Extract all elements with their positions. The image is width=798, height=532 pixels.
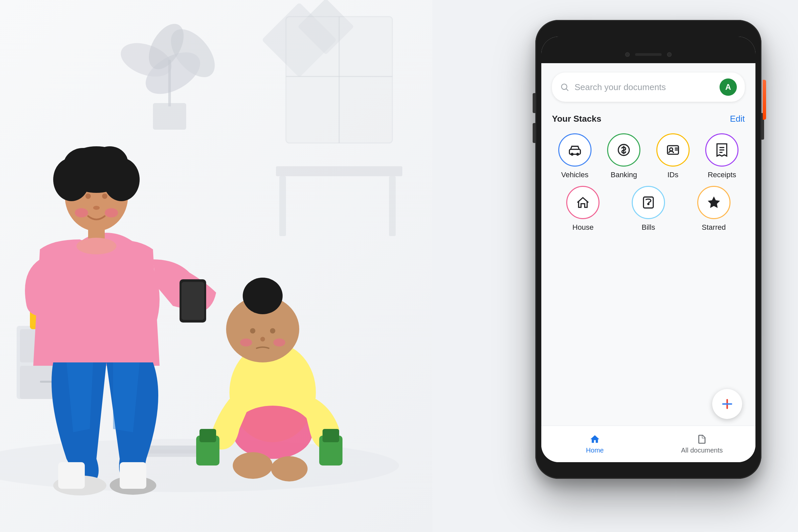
stack-circle-house	[566, 186, 600, 219]
add-icon	[720, 397, 735, 411]
car-icon	[568, 142, 582, 157]
stack-circle-banking	[607, 133, 640, 167]
svg-rect-12	[279, 176, 286, 236]
receipt-icon	[715, 142, 729, 157]
phone-accent	[763, 80, 766, 120]
stacks-title: Your Stacks	[552, 114, 601, 124]
svg-rect-44	[182, 282, 204, 320]
svg-rect-13	[389, 176, 396, 236]
svg-point-53	[273, 339, 285, 346]
bottom-nav: Home All documents	[541, 425, 756, 462]
svg-point-59	[233, 452, 273, 479]
background-scene	[0, 0, 432, 532]
stack-item-receipts[interactable]: Receipts	[699, 133, 745, 179]
svg-point-68	[670, 148, 673, 151]
search-icon	[560, 82, 569, 92]
edit-button[interactable]: Edit	[730, 114, 745, 124]
search-placeholder: Search your documents	[574, 82, 720, 92]
svg-point-31	[92, 146, 128, 179]
speaker-bar	[635, 53, 662, 56]
phone-top-bar	[541, 37, 756, 63]
svg-point-75	[648, 204, 649, 205]
camera-dot-2	[667, 52, 672, 57]
stack-label-house: House	[573, 223, 594, 232]
all-docs-nav-icon	[697, 434, 707, 444]
nav-item-home[interactable]: Home	[541, 434, 648, 454]
stack-label-bills: Bills	[642, 223, 655, 232]
svg-rect-56	[200, 429, 216, 442]
svg-rect-7	[153, 103, 186, 130]
camera-dot	[625, 52, 630, 57]
svg-point-33	[102, 193, 108, 199]
stack-item-ids[interactable]: IDs	[650, 133, 696, 179]
id-card-icon	[666, 142, 680, 157]
stacks-header: Your Stacks Edit	[552, 114, 745, 124]
svg-marker-76	[707, 196, 720, 208]
nav-label-all-documents: All documents	[681, 446, 723, 454]
stack-label-ids: IDs	[667, 171, 678, 179]
stacks-grid-row2: House Bills	[552, 186, 745, 232]
svg-rect-58	[323, 429, 339, 442]
dollar-icon	[616, 142, 631, 157]
phone-screen: Search your documents A Your Stacks Edit	[541, 37, 756, 462]
stack-item-house[interactable]: House	[552, 186, 614, 232]
app-content: Search your documents A Your Stacks Edit	[541, 63, 756, 425]
svg-point-32	[86, 193, 91, 199]
svg-point-49	[250, 328, 255, 334]
nav-item-all-documents[interactable]: All documents	[648, 434, 756, 454]
svg-line-62	[566, 89, 568, 91]
svg-rect-42	[120, 462, 146, 489]
fab-button[interactable]	[712, 389, 742, 419]
bills-icon	[641, 195, 656, 210]
svg-rect-11	[276, 166, 402, 176]
svg-point-35	[75, 208, 88, 217]
stack-item-vehicles[interactable]: Vehicles	[552, 133, 598, 179]
svg-point-51	[260, 337, 265, 341]
stack-label-starred: Starred	[702, 223, 726, 232]
stack-circle-vehicles	[558, 133, 591, 167]
svg-point-50	[270, 328, 275, 334]
stack-item-bills[interactable]: Bills	[618, 186, 680, 232]
svg-point-36	[105, 208, 118, 217]
svg-rect-41	[58, 462, 85, 489]
phone-body: Search your documents A Your Stacks Edit	[535, 20, 761, 479]
phone-device: Search your documents A Your Stacks Edit	[525, 20, 772, 512]
home-nav-icon	[590, 434, 600, 444]
stack-label-vehicles: Vehicles	[561, 171, 589, 179]
svg-point-34	[93, 206, 100, 210]
star-icon	[706, 195, 721, 210]
svg-rect-19	[40, 381, 53, 383]
stack-item-banking[interactable]: Banking	[601, 133, 647, 179]
stack-circle-starred	[697, 186, 730, 219]
stack-label-receipts: Receipts	[707, 171, 736, 179]
nav-label-home: Home	[586, 446, 604, 454]
stacks-grid-row1: Vehicles Banking	[552, 133, 745, 179]
svg-point-60	[271, 456, 307, 481]
stack-circle-bills	[632, 186, 665, 219]
svg-point-38	[76, 238, 116, 254]
stack-circle-ids	[657, 133, 690, 167]
camera-notch	[619, 50, 678, 59]
home-icon	[575, 195, 590, 210]
search-bar[interactable]: Search your documents A	[552, 73, 745, 102]
stack-label-banking: Banking	[610, 171, 637, 179]
svg-point-48	[251, 278, 274, 301]
stack-circle-receipts	[705, 133, 739, 167]
stack-item-starred[interactable]: Starred	[683, 186, 745, 232]
user-avatar[interactable]: A	[720, 78, 737, 96]
svg-point-52	[240, 339, 252, 346]
